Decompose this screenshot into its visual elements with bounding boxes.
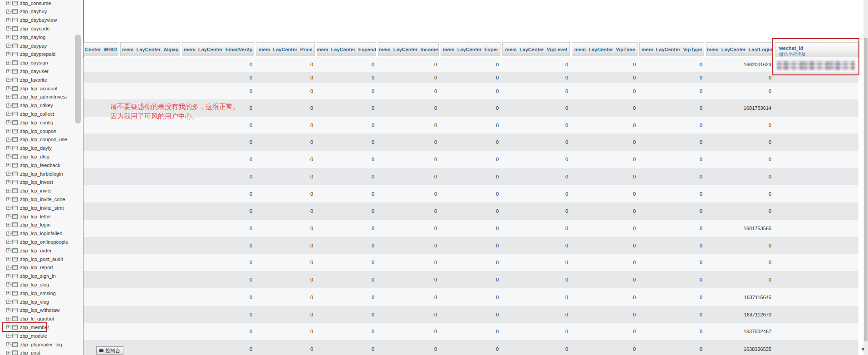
sidebar-item-zbp_lcp_invite[interactable]: +zbp_lcp_invite <box>0 187 52 195</box>
expand-icon[interactable]: + <box>6 240 10 244</box>
column-header-mem_LayCenter_EmailVerify[interactable]: mem_LayCenter_EmailVerify <box>182 42 254 56</box>
expand-icon[interactable]: + <box>6 282 10 286</box>
sidebar-item-zbp_post[interactable]: +zbp_post <box>0 349 40 355</box>
expand-icon[interactable]: + <box>6 120 10 124</box>
main-scrollbar-thumb[interactable] <box>864 38 868 341</box>
expand-icon[interactable]: + <box>6 223 10 227</box>
cell-value: 0 <box>633 243 636 248</box>
sidebar-item-zbp_lcp_onlinepeople[interactable]: +zbp_lcp_onlinepeople <box>0 237 68 246</box>
column-header-mem_LayCenter_Price[interactable]: mem_LayCenter_Price <box>256 42 315 56</box>
sidebar-item-zbp_lcp_invest[interactable]: +zbp_lcp_invest <box>0 178 53 187</box>
sidebar-item-zbp_daybuy[interactable]: +zbp_daybuy <box>0 7 47 16</box>
sidebar-item-zbp_lcp_account[interactable]: +zbp_lcp_account <box>0 84 58 93</box>
expand-icon[interactable]: + <box>6 266 10 270</box>
sidebar-item-zbp_daysign[interactable]: +zbp_daysign <box>0 59 48 67</box>
column-header-mem_LayCenter_VipType[interactable]: mem_LayCenter_VipType <box>639 42 704 56</box>
sidebar-scrollbar-thumb[interactable] <box>75 35 81 123</box>
sidebar-item-zbp_lcp_vlog[interactable]: +zbp_lcp_vlog <box>0 297 49 306</box>
expand-icon[interactable]: + <box>6 52 10 56</box>
expand-icon[interactable]: + <box>6 334 10 338</box>
sidebar-item-zbp_daybuyview[interactable]: +zbp_daybuyview <box>0 16 57 25</box>
sidebar-item-zbp_lcp_slog[interactable]: +zbp_lcp_slog <box>0 280 49 289</box>
sidebar-item-zbp_lc_qqrobot[interactable]: +zbp_lc_qqrobot <box>0 315 54 323</box>
expand-icon[interactable]: + <box>6 26 10 30</box>
sidebar-item-zbp_lcp_loginfailed[interactable]: +zbp_lcp_loginfailed <box>0 229 63 238</box>
expand-icon[interactable]: + <box>6 95 10 99</box>
expand-icon[interactable]: + <box>6 146 10 150</box>
sidebar-item-zbp_lcp_order[interactable]: +zbp_lcp_order <box>0 246 52 255</box>
expand-icon[interactable]: + <box>6 274 10 278</box>
sidebar-item-zbp_favorite[interactable]: +zbp_favorite <box>0 75 47 84</box>
sidebar-item-zbp_lcp_config[interactable]: +zbp_lcp_config <box>0 118 53 127</box>
column-header-mem_LayCenter_VipLevel[interactable]: mem_LayCenter_VipLevel <box>502 42 570 56</box>
expand-icon[interactable]: + <box>6 129 10 133</box>
sidebar-item-zbp_daycode[interactable]: +zbp_daycode <box>0 24 49 33</box>
sidebar-item-zbp_lcp_coupon[interactable]: +zbp_lcp_coupon <box>0 127 56 135</box>
expand-icon[interactable]: + <box>6 78 10 82</box>
column-header-mem_LayCenter_Income[interactable]: mem_LayCenter_Income <box>378 42 439 56</box>
expand-icon[interactable]: + <box>6 351 10 355</box>
expand-icon[interactable]: + <box>6 317 10 321</box>
expand-icon[interactable]: + <box>6 291 10 295</box>
console-button[interactable]: 控制台 <box>96 346 123 355</box>
expand-icon[interactable]: + <box>6 342 10 346</box>
expand-icon[interactable]: + <box>6 61 10 65</box>
expand-icon[interactable]: + <box>6 214 10 218</box>
expand-icon[interactable]: + <box>6 138 10 142</box>
column-header-mem_LayCenter_Exper[interactable]: mem_LayCenter_Exper <box>441 42 500 56</box>
column-header-Center_WBID[interactable]: Center_WBID <box>83 42 118 56</box>
expand-icon[interactable]: + <box>6 163 10 167</box>
sidebar-item-zbp_lcp_invite_stmt[interactable]: +zbp_lcp_invite_stmt <box>0 203 64 212</box>
sidebar-item-zbp_consume[interactable]: +zbp_consume <box>0 0 51 7</box>
sidebar-item-zbp_daypay[interactable]: +zbp_daypay <box>0 41 47 50</box>
sidebar-item-zbp_lcp_dayly[interactable]: +zbp_lcp_dayly <box>0 144 52 153</box>
expand-icon[interactable]: + <box>6 206 10 210</box>
sidebar-item-zbp_member[interactable]: +zbp_member <box>0 323 49 331</box>
column-header-mem_LayCenter_Expend[interactable]: mem_LayCenter_Expend <box>317 42 376 56</box>
scroll-down-icon[interactable]: ▼ <box>859 345 867 353</box>
expand-icon[interactable]: + <box>6 86 10 90</box>
expand-icon[interactable]: + <box>6 104 10 108</box>
sidebar-item-zbp_lcp_adminInvest[interactable]: +zbp_lcp_adminInvest <box>0 93 67 101</box>
column-header-mem_LayCenter_LastLogin[interactable]: mem_LayCenter_LastLogin <box>706 42 773 56</box>
sidebar-item-zbp_lcp_coupon_use[interactable]: +zbp_lcp_coupon_use <box>0 135 67 144</box>
sidebar-item-zbp_dayuser[interactable]: +zbp_dayuser <box>0 67 49 75</box>
expand-icon[interactable]: + <box>6 35 10 39</box>
expand-icon[interactable]: + <box>6 10 10 14</box>
column-header-mem_LayCenter_Alipay[interactable]: mem_LayCenter_Alipay <box>120 42 180 56</box>
expand-icon[interactable]: + <box>6 232 10 236</box>
expand-icon[interactable]: + <box>6 172 10 176</box>
sidebar-item-zbp_lcp_withdraw[interactable]: +zbp_lcp_withdraw <box>0 306 59 315</box>
expand-icon[interactable]: + <box>6 154 10 158</box>
expand-icon[interactable]: + <box>6 257 10 261</box>
sidebar-item-zbp_lcp_login[interactable]: +zbp_lcp_login <box>0 221 50 229</box>
expand-icon[interactable]: + <box>6 1 10 5</box>
column-header-mem_LayCenter_VipTime[interactable]: mem_LayCenter_VipTime <box>572 42 638 56</box>
sidebar-item-zbp_module[interactable]: +zbp_module <box>0 331 47 340</box>
expand-icon[interactable]: + <box>6 180 10 184</box>
expand-icon[interactable]: + <box>6 189 10 193</box>
sidebar-item-zbp_lcp_sign_in[interactable]: +zbp_lcp_sign_in <box>0 272 56 281</box>
sidebar-item-zbp_lcp_report[interactable]: +zbp_lcp_report <box>0 263 53 272</box>
sidebar-item-zbp_lcp_cdkey[interactable]: +zbp_lcp_cdkey <box>0 101 53 110</box>
sidebar-item-zbp_lcp_dlog[interactable]: +zbp_lcp_dlog <box>0 152 49 161</box>
sidebar-item-zbp_lcp_smslog[interactable]: +zbp_lcp_smslog <box>0 289 56 297</box>
sidebar-item-zbp_lcp_letter[interactable]: +zbp_lcp_letter <box>0 212 51 221</box>
expand-icon[interactable]: + <box>6 325 10 329</box>
sidebar-item-zbp_lcp_forbidlogin[interactable]: +zbp_lcp_forbidlogin <box>0 169 63 178</box>
expand-icon[interactable]: + <box>6 69 10 73</box>
sidebar-item-zbp_lcp_feedback[interactable]: +zbp_lcp_feedback <box>0 161 60 169</box>
expand-icon[interactable]: + <box>6 44 10 48</box>
sidebar-item-zbp_phpmailer_log[interactable]: +zbp_phpmailer_log <box>0 340 62 349</box>
sidebar-item-zbp_lcp_invite_code[interactable]: +zbp_lcp_invite_code <box>0 195 65 203</box>
sidebar-item-zbp_daylog[interactable]: +zbp_daylog <box>0 33 45 41</box>
expand-icon[interactable]: + <box>6 197 10 201</box>
expand-icon[interactable]: + <box>6 18 10 22</box>
sidebar-item-zbp_dayprepaid[interactable]: +zbp_dayprepaid <box>0 50 55 59</box>
sidebar-item-zbp_lcp_collect[interactable]: +zbp_lcp_collect <box>0 109 54 118</box>
expand-icon[interactable]: + <box>6 300 10 304</box>
expand-icon[interactable]: + <box>6 112 10 116</box>
sidebar-item-zbp_lcp_post_audit[interactable]: +zbp_lcp_post_audit <box>0 255 63 263</box>
expand-icon[interactable]: + <box>6 308 10 312</box>
expand-icon[interactable]: + <box>6 248 10 252</box>
